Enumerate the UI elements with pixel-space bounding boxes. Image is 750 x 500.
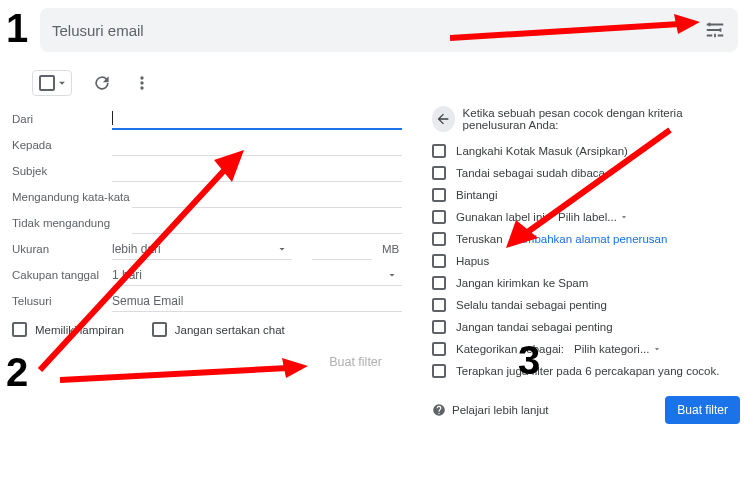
label-subject: Subjek xyxy=(12,165,112,177)
size-mode-dropdown[interactable]: lebih dari xyxy=(112,238,292,260)
opt-categorize: Kategorikan sebagai: xyxy=(456,343,564,355)
caret-down-icon xyxy=(276,243,288,255)
create-filter-disabled: Buat filter xyxy=(329,355,382,369)
size-mode-value: lebih dari xyxy=(112,242,161,256)
has-attachment-checkbox[interactable]: Memiliki lampiran xyxy=(12,322,124,337)
opt-forward: Teruskan xyxy=(456,233,503,245)
checkbox-empty-icon[interactable] xyxy=(432,298,446,312)
checkbox-empty-icon[interactable] xyxy=(432,364,446,378)
caret-down-icon xyxy=(652,344,662,354)
size-unit: MB xyxy=(382,243,399,255)
checkbox-empty-icon[interactable] xyxy=(432,342,446,356)
filter-criteria-panel: Dari Kepada Subjek Mengandung kata-kata … xyxy=(12,106,402,424)
checkbox-empty-icon xyxy=(152,322,167,337)
label-to: Kepada xyxy=(12,139,112,151)
search-input[interactable] xyxy=(52,22,704,39)
category-dropdown[interactable]: Pilih kategori... xyxy=(574,343,661,355)
date-within-value: 1 hari xyxy=(112,268,142,282)
opt-delete: Hapus xyxy=(456,255,489,267)
select-all-dropdown[interactable] xyxy=(32,70,72,96)
search-bar xyxy=(40,8,738,52)
label-dropdown[interactable]: Pilih label... xyxy=(558,211,629,223)
checkbox-empty-icon[interactable] xyxy=(432,254,446,268)
back-button[interactable] xyxy=(432,106,455,132)
checkbox-empty-icon[interactable] xyxy=(432,166,446,180)
checkbox-empty-icon[interactable] xyxy=(432,144,446,158)
more-icon[interactable] xyxy=(132,73,152,93)
caret-down-icon xyxy=(386,269,398,281)
label-from: Dari xyxy=(12,113,112,125)
caret-down-icon xyxy=(55,76,69,90)
actions-header: Ketika sebuah pesan cocok dengan kriteri… xyxy=(463,107,740,131)
label-has-words: Mengandung kata-kata xyxy=(12,191,132,203)
learn-more-label: Pelajari lebih lanjut xyxy=(452,404,549,416)
checkbox-empty-icon xyxy=(39,75,55,91)
opt-apply-existing: Terapkan juga filter pada 6 percakapan y… xyxy=(456,365,719,377)
refresh-icon[interactable] xyxy=(92,73,112,93)
checkbox-empty-icon[interactable] xyxy=(432,320,446,334)
has-words-field[interactable] xyxy=(132,186,402,208)
filter-actions-panel: Ketika sebuah pesan cocok dengan kriteri… xyxy=(432,106,740,424)
exclude-chats-label: Jangan sertakan chat xyxy=(175,324,285,336)
search-in-value: Semua Email xyxy=(112,294,183,308)
opt-apply-label: Gunakan label ini: xyxy=(456,211,548,223)
arrow-left-icon xyxy=(435,111,451,127)
doesnt-have-field[interactable] xyxy=(132,212,402,234)
date-within-dropdown[interactable]: 1 hari xyxy=(112,264,402,286)
tune-icon[interactable] xyxy=(704,19,726,41)
opt-skip-inbox: Langkahi Kotak Masuk (Arsipkan) xyxy=(456,145,628,157)
help-icon xyxy=(432,403,446,417)
exclude-chats-checkbox[interactable]: Jangan sertakan chat xyxy=(152,322,285,337)
checkbox-empty-icon[interactable] xyxy=(432,276,446,290)
learn-more-link[interactable]: Pelajari lebih lanjut xyxy=(432,403,549,417)
size-value-field[interactable] xyxy=(312,238,372,260)
opt-always-important: Selalu tandai sebagai penting xyxy=(456,299,607,311)
to-field[interactable] xyxy=(112,134,402,156)
caret-down-icon xyxy=(619,212,629,222)
toolbar xyxy=(0,60,750,106)
create-filter-button[interactable]: Buat filter xyxy=(665,396,740,424)
opt-star: Bintangi xyxy=(456,189,498,201)
label-date-within: Cakupan tanggal xyxy=(12,269,112,281)
search-in-dropdown[interactable]: Semua Email xyxy=(112,290,402,312)
opt-mark-read: Tandai sebagai sudah dibaca xyxy=(456,167,605,179)
annotation-number-1: 1 xyxy=(6,6,28,51)
checkbox-empty-icon[interactable] xyxy=(432,188,446,202)
checkbox-empty-icon xyxy=(12,322,27,337)
label-dropdown-value: Pilih label... xyxy=(558,211,617,223)
has-attachment-label: Memiliki lampiran xyxy=(35,324,124,336)
opt-never-important: Jangan tandai sebagai penting xyxy=(456,321,613,333)
from-field[interactable] xyxy=(112,108,402,130)
label-search-in: Telusuri xyxy=(12,295,112,307)
label-size: Ukuran xyxy=(12,243,112,255)
label-doesnt-have: Tidak mengandung xyxy=(12,217,132,229)
subject-field[interactable] xyxy=(112,160,402,182)
add-forwarding-link[interactable]: Tambahkan alamat penerusan xyxy=(513,233,668,245)
checkbox-empty-icon[interactable] xyxy=(432,232,446,246)
category-dropdown-value: Pilih kategori... xyxy=(574,343,649,355)
opt-never-spam: Jangan kirimkan ke Spam xyxy=(456,277,588,289)
checkbox-empty-icon[interactable] xyxy=(432,210,446,224)
